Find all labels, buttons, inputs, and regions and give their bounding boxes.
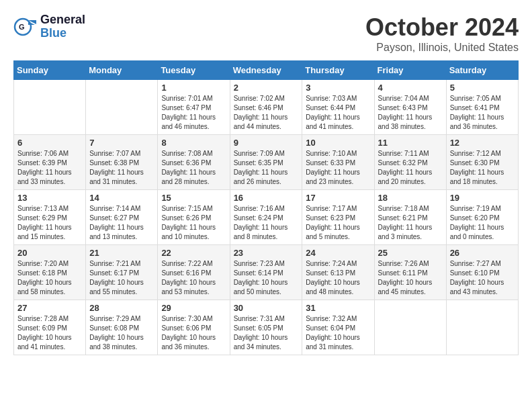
- calendar-week-row: 13Sunrise: 7:13 AM Sunset: 6:29 PM Dayli…: [14, 190, 519, 245]
- calendar-cell: 23Sunrise: 7:23 AM Sunset: 6:14 PM Dayli…: [230, 245, 302, 300]
- day-info: Sunrise: 7:08 AM Sunset: 6:36 PM Dayligh…: [161, 149, 226, 187]
- day-number: 22: [161, 248, 226, 258]
- day-number: 13: [17, 193, 82, 203]
- day-number: 27: [17, 303, 82, 313]
- day-number: 7: [89, 138, 154, 148]
- location: Payson, Illinois, United States: [365, 42, 519, 54]
- day-info: Sunrise: 7:23 AM Sunset: 6:14 PM Dayligh…: [234, 259, 299, 297]
- calendar-cell: 1Sunrise: 7:01 AM Sunset: 6:47 PM Daylig…: [158, 80, 230, 135]
- calendar-cell: 8Sunrise: 7:08 AM Sunset: 6:36 PM Daylig…: [158, 135, 230, 190]
- calendar-cell: 28Sunrise: 7:29 AM Sunset: 6:08 PM Dayli…: [86, 300, 158, 355]
- calendar-cell: 31Sunrise: 7:32 AM Sunset: 6:04 PM Dayli…: [302, 300, 374, 355]
- day-info: Sunrise: 7:01 AM Sunset: 6:47 PM Dayligh…: [161, 94, 226, 132]
- day-number: 31: [306, 303, 370, 313]
- day-header-thursday: Thursday: [302, 61, 374, 80]
- day-info: Sunrise: 7:16 AM Sunset: 6:24 PM Dayligh…: [234, 204, 299, 242]
- calendar-cell: 6Sunrise: 7:06 AM Sunset: 6:39 PM Daylig…: [14, 135, 86, 190]
- day-header-wednesday: Wednesday: [230, 61, 302, 80]
- calendar-cell: 20Sunrise: 7:20 AM Sunset: 6:18 PM Dayli…: [14, 245, 86, 300]
- day-info: Sunrise: 7:02 AM Sunset: 6:46 PM Dayligh…: [234, 94, 299, 132]
- day-info: Sunrise: 7:26 AM Sunset: 6:11 PM Dayligh…: [378, 259, 443, 297]
- day-number: 2: [234, 83, 299, 93]
- calendar-week-row: 20Sunrise: 7:20 AM Sunset: 6:18 PM Dayli…: [14, 245, 519, 300]
- day-header-saturday: Saturday: [446, 61, 518, 80]
- day-number: 6: [17, 138, 82, 148]
- day-info: Sunrise: 7:28 AM Sunset: 6:09 PM Dayligh…: [17, 314, 82, 352]
- calendar-header-row: SundayMondayTuesdayWednesdayThursdayFrid…: [14, 61, 519, 80]
- svg-text:G: G: [19, 23, 25, 31]
- day-info: Sunrise: 7:10 AM Sunset: 6:33 PM Dayligh…: [306, 149, 370, 187]
- day-header-tuesday: Tuesday: [158, 61, 230, 80]
- calendar-cell: 4Sunrise: 7:04 AM Sunset: 6:43 PM Daylig…: [374, 80, 446, 135]
- day-info: Sunrise: 7:24 AM Sunset: 6:13 PM Dayligh…: [306, 259, 370, 297]
- calendar-cell: [86, 80, 158, 135]
- logo-line2: Blue: [40, 27, 85, 40]
- day-info: Sunrise: 7:15 AM Sunset: 6:26 PM Dayligh…: [161, 204, 226, 242]
- day-number: 16: [234, 193, 299, 203]
- calendar-cell: 29Sunrise: 7:30 AM Sunset: 6:06 PM Dayli…: [158, 300, 230, 355]
- day-number: 11: [378, 138, 443, 148]
- day-header-sunday: Sunday: [14, 61, 86, 80]
- logo-line1: General: [40, 13, 85, 27]
- day-info: Sunrise: 7:19 AM Sunset: 6:20 PM Dayligh…: [450, 204, 515, 242]
- calendar-cell: 19Sunrise: 7:19 AM Sunset: 6:20 PM Dayli…: [446, 190, 518, 245]
- day-number: 14: [89, 193, 154, 203]
- day-number: 24: [306, 248, 370, 258]
- day-number: 9: [234, 138, 299, 148]
- calendar-cell: 30Sunrise: 7:31 AM Sunset: 6:05 PM Dayli…: [230, 300, 302, 355]
- day-number: 10: [306, 138, 370, 148]
- day-number: 25: [378, 248, 443, 258]
- calendar-cell: 27Sunrise: 7:28 AM Sunset: 6:09 PM Dayli…: [14, 300, 86, 355]
- day-info: Sunrise: 7:27 AM Sunset: 6:10 PM Dayligh…: [450, 259, 515, 297]
- calendar-cell: 5Sunrise: 7:05 AM Sunset: 6:41 PM Daylig…: [446, 80, 518, 135]
- day-info: Sunrise: 7:03 AM Sunset: 6:44 PM Dayligh…: [306, 94, 370, 132]
- logo: G General Blue: [13, 13, 85, 40]
- day-info: Sunrise: 7:05 AM Sunset: 6:41 PM Dayligh…: [450, 94, 515, 132]
- day-info: Sunrise: 7:09 AM Sunset: 6:35 PM Dayligh…: [234, 149, 299, 187]
- day-info: Sunrise: 7:31 AM Sunset: 6:05 PM Dayligh…: [234, 314, 299, 352]
- day-number: 8: [161, 138, 226, 148]
- day-info: Sunrise: 7:06 AM Sunset: 6:39 PM Dayligh…: [17, 149, 82, 187]
- day-number: 21: [89, 248, 154, 258]
- calendar-cell: 22Sunrise: 7:22 AM Sunset: 6:16 PM Dayli…: [158, 245, 230, 300]
- day-number: 18: [378, 193, 443, 203]
- calendar-cell: [374, 300, 446, 355]
- day-number: 29: [161, 303, 226, 313]
- calendar-cell: 14Sunrise: 7:14 AM Sunset: 6:27 PM Dayli…: [86, 190, 158, 245]
- day-info: Sunrise: 7:29 AM Sunset: 6:08 PM Dayligh…: [89, 314, 154, 352]
- calendar-cell: 18Sunrise: 7:18 AM Sunset: 6:21 PM Dayli…: [374, 190, 446, 245]
- calendar-cell: 9Sunrise: 7:09 AM Sunset: 6:35 PM Daylig…: [230, 135, 302, 190]
- day-number: 3: [306, 83, 370, 93]
- day-info: Sunrise: 7:17 AM Sunset: 6:23 PM Dayligh…: [306, 204, 370, 242]
- calendar-cell: 3Sunrise: 7:03 AM Sunset: 6:44 PM Daylig…: [302, 80, 374, 135]
- calendar-cell: 11Sunrise: 7:11 AM Sunset: 6:32 PM Dayli…: [374, 135, 446, 190]
- logo-icon: G: [13, 15, 38, 39]
- calendar-cell: 21Sunrise: 7:21 AM Sunset: 6:17 PM Dayli…: [86, 245, 158, 300]
- day-info: Sunrise: 7:11 AM Sunset: 6:32 PM Dayligh…: [378, 149, 443, 187]
- day-number: 20: [17, 248, 82, 258]
- day-info: Sunrise: 7:21 AM Sunset: 6:17 PM Dayligh…: [89, 259, 154, 297]
- calendar-cell: 12Sunrise: 7:12 AM Sunset: 6:30 PM Dayli…: [446, 135, 518, 190]
- title-section: October 2024 Payson, Illinois, United St…: [365, 13, 519, 54]
- day-info: Sunrise: 7:12 AM Sunset: 6:30 PM Dayligh…: [450, 149, 515, 187]
- calendar-cell: 13Sunrise: 7:13 AM Sunset: 6:29 PM Dayli…: [14, 190, 86, 245]
- day-number: 23: [234, 248, 299, 258]
- calendar-cell: 24Sunrise: 7:24 AM Sunset: 6:13 PM Dayli…: [302, 245, 374, 300]
- day-number: 19: [450, 193, 515, 203]
- day-info: Sunrise: 7:32 AM Sunset: 6:04 PM Dayligh…: [306, 314, 370, 352]
- day-info: Sunrise: 7:07 AM Sunset: 6:38 PM Dayligh…: [89, 149, 154, 187]
- calendar-cell: [14, 80, 86, 135]
- calendar-cell: 10Sunrise: 7:10 AM Sunset: 6:33 PM Dayli…: [302, 135, 374, 190]
- day-info: Sunrise: 7:13 AM Sunset: 6:29 PM Dayligh…: [17, 204, 82, 242]
- month-title: October 2024: [365, 13, 519, 42]
- day-info: Sunrise: 7:22 AM Sunset: 6:16 PM Dayligh…: [161, 259, 226, 297]
- calendar-week-row: 6Sunrise: 7:06 AM Sunset: 6:39 PM Daylig…: [14, 135, 519, 190]
- day-info: Sunrise: 7:14 AM Sunset: 6:27 PM Dayligh…: [89, 204, 154, 242]
- calendar-week-row: 1Sunrise: 7:01 AM Sunset: 6:47 PM Daylig…: [14, 80, 519, 135]
- day-number: 17: [306, 193, 370, 203]
- page-header: G General Blue October 2024 Payson, Illi…: [13, 13, 519, 54]
- calendar-cell: 7Sunrise: 7:07 AM Sunset: 6:38 PM Daylig…: [86, 135, 158, 190]
- calendar-cell: 15Sunrise: 7:15 AM Sunset: 6:26 PM Dayli…: [158, 190, 230, 245]
- day-info: Sunrise: 7:04 AM Sunset: 6:43 PM Dayligh…: [378, 94, 443, 132]
- day-info: Sunrise: 7:18 AM Sunset: 6:21 PM Dayligh…: [378, 204, 443, 242]
